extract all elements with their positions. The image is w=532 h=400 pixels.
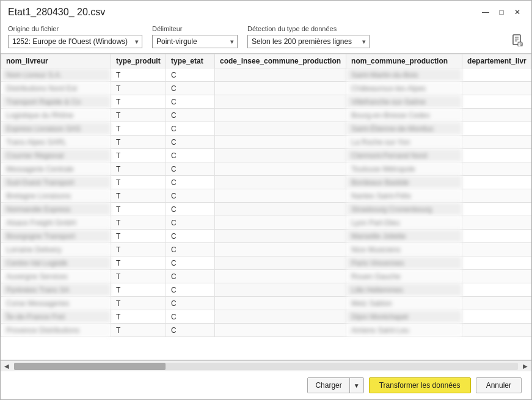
detection-select-wrapper: Selon les 200 premières lignes	[247, 35, 370, 48]
cell-nom-commune: Amiens Saint-Leu	[346, 324, 462, 337]
cell-nom-commune: Saint-Martin-du-Bois	[346, 68, 462, 82]
cell-type-etat: C	[166, 310, 215, 324]
cell-type-etat: C	[166, 149, 215, 162]
origine-select[interactable]: 1252: Europe de l'Ouest (Windows)	[8, 35, 142, 48]
cell-type-etat: C	[166, 68, 215, 82]
close-button[interactable]: ✕	[511, 5, 524, 19]
cell-departement	[462, 324, 531, 337]
table-scroll[interactable]: nom_livreur type_produit type_etat code_…	[1, 54, 531, 360]
cell-code-insee	[215, 189, 346, 203]
cell-type-etat: C	[166, 256, 215, 270]
annuler-button[interactable]: Annuler	[476, 377, 522, 393]
maximize-button[interactable]: □	[495, 5, 508, 19]
cell-departement	[462, 95, 531, 109]
cell-nom-livreur: Transport Rapide & Co	[1, 95, 111, 109]
delimiter-select[interactable]: Point-virgule	[152, 35, 238, 48]
cell-code-insee	[215, 149, 346, 162]
cell-departement	[462, 82, 531, 95]
table-row: Auvergne ServicesTCRouen Gauche	[1, 270, 532, 283]
cell-type-etat: C	[166, 216, 215, 230]
cell-nom-commune: Toulouse Métropole	[346, 162, 462, 176]
cell-code-insee	[215, 136, 346, 149]
charger-button[interactable]: Charger	[308, 378, 349, 393]
cell-type-produit: T	[111, 310, 166, 324]
cell-code-insee	[215, 68, 346, 82]
cell-type-etat: C	[166, 95, 215, 109]
cell-nom-livreur: Corse Messageries	[1, 297, 111, 310]
cell-nom-livreur: Distributions Nord Est	[1, 82, 111, 95]
cell-nom-commune: Dijon Montchapet	[346, 310, 462, 324]
table-row: Corse MessageriesTCMetz Sablon	[1, 297, 532, 310]
cell-departement	[462, 297, 531, 310]
cell-nom-commune: Metz Sablon	[346, 297, 462, 310]
cell-type-produit: T	[111, 256, 166, 270]
cell-nom-livreur: Courrier Régional	[1, 149, 111, 162]
cell-type-etat: C	[166, 243, 215, 256]
table-header-row: nom_livreur type_produit type_etat code_…	[1, 54, 532, 68]
cell-type-produit: T	[111, 203, 166, 216]
minimize-button[interactable]: —	[479, 5, 492, 19]
charger-split-button[interactable]: Charger ▼	[307, 377, 363, 393]
scroll-right-arrow[interactable]: ▶	[520, 362, 530, 371]
cell-nom-livreur: Messagerie Centrale	[1, 162, 111, 176]
cell-nom-livreur: Bourgogne Transport	[1, 230, 111, 243]
cell-nom-livreur: Nom Livreur S.A.	[1, 68, 111, 82]
hscroll-track[interactable]	[14, 363, 518, 370]
hscroll-thumb[interactable]	[14, 363, 166, 370]
cell-nom-commune: Villefranche-sur-Saône	[346, 95, 462, 109]
table-row: Express Livraison SASTCSaint-Étienne-de-…	[1, 122, 532, 136]
cell-nom-commune: Lyon Part-Dieu	[346, 216, 462, 230]
cell-type-etat: C	[166, 283, 215, 297]
cell-type-produit: T	[111, 189, 166, 203]
delimiter-group: Délimiteur Point-virgule	[152, 25, 238, 48]
cell-nom-livreur: Sud-Ouest Transport	[1, 176, 111, 189]
cell-departement	[462, 149, 531, 162]
transformer-button[interactable]: Transformer les données	[369, 377, 471, 393]
table-row: Île-de-France FretTCDijon Montchapet	[1, 310, 532, 324]
cell-type-etat: C	[166, 109, 215, 122]
table-row: Normandie ExpressTCStrasbourg Cronenbour…	[1, 203, 532, 216]
cell-nom-commune: Clermont-Ferrand Nord	[346, 149, 462, 162]
table-row: Courrier RégionalTCClermont-Ferrand Nord	[1, 149, 532, 162]
cell-type-etat: C	[166, 270, 215, 283]
cell-nom-commune: Bordeaux Bastide	[346, 176, 462, 189]
detection-select[interactable]: Selon les 200 premières lignes	[247, 35, 370, 48]
table-body: Nom Livreur S.A.TCSaint-Martin-du-BoisDi…	[1, 68, 532, 337]
cell-type-produit: T	[111, 82, 166, 95]
cell-type-etat: C	[166, 230, 215, 243]
scroll-left-arrow[interactable]: ◀	[2, 362, 12, 371]
cell-nom-livreur: Auvergne Services	[1, 270, 111, 283]
cell-departement	[462, 122, 531, 136]
svg-text:⚙: ⚙	[519, 42, 523, 46]
cell-nom-commune: Nice Musiciens	[346, 243, 462, 256]
cell-nom-commune: Paris Vincennes	[346, 256, 462, 270]
cell-departement	[462, 310, 531, 324]
cell-nom-livreur: Logistique du Rhône	[1, 109, 111, 122]
page-settings-icon[interactable]: ⚙	[511, 34, 524, 47]
cell-type-produit: T	[111, 136, 166, 149]
window-title: Etat1_280430_ 20.csv	[8, 7, 105, 18]
cell-nom-commune: Marseille Joliette	[346, 230, 462, 243]
cell-type-etat: C	[166, 82, 215, 95]
col-header-nom-livreur: nom_livreur	[1, 54, 111, 68]
table-row: Trans-Alpes SARLTCLa Roche-sur-Yon	[1, 136, 532, 149]
cell-departement	[462, 283, 531, 297]
data-table: nom_livreur type_produit type_etat code_…	[1, 54, 531, 337]
cell-type-etat: C	[166, 203, 215, 216]
horizontal-scrollbar[interactable]: ◀ ▶	[1, 360, 531, 371]
cell-type-etat: C	[166, 162, 215, 176]
cell-code-insee	[215, 243, 346, 256]
title-bar: Etat1_280430_ 20.csv — □ ✕	[1, 1, 531, 21]
cell-nom-livreur: Express Livraison SAS	[1, 122, 111, 136]
cell-departement	[462, 216, 531, 230]
cell-departement	[462, 176, 531, 189]
cell-code-insee	[215, 216, 346, 230]
cell-code-insee	[215, 297, 346, 310]
charger-dropdown-arrow[interactable]: ▼	[350, 378, 363, 393]
cell-nom-livreur: Pyrénées Trans SA	[1, 283, 111, 297]
table-row: Alsace Freight GmbHTCLyon Part-Dieu	[1, 216, 532, 230]
cell-departement	[462, 68, 531, 82]
cell-code-insee	[215, 256, 346, 270]
cell-type-produit: T	[111, 68, 166, 82]
cell-nom-commune: Saint-Étienne-de-Montluc	[346, 122, 462, 136]
